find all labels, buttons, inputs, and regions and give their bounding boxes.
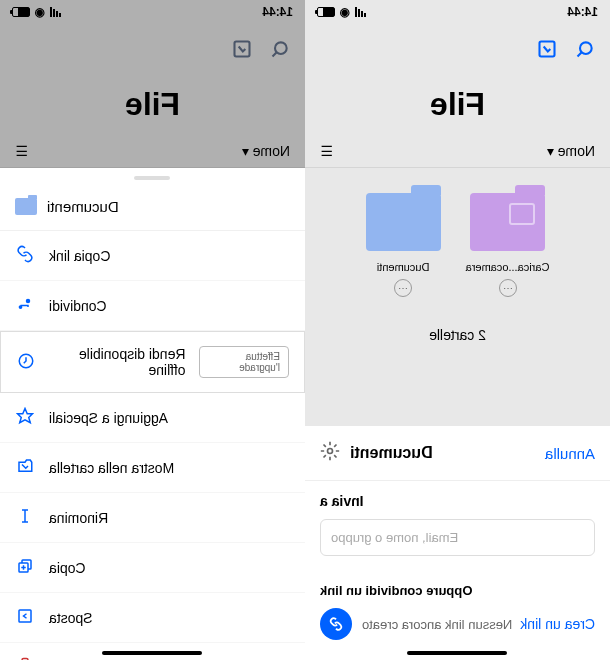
page-title-row: File (305, 78, 610, 135)
folder-item[interactable]: Ducumenti ⋯ (366, 193, 441, 297)
status-bar: 14:44 ◉ (305, 0, 610, 24)
status-time: 14:44 (567, 5, 598, 19)
chevron-down-icon: ▾ (242, 143, 249, 159)
list-view-icon: ☰ (15, 143, 28, 159)
menu-folder-name: Ducumenti (47, 198, 119, 215)
page-title: File (305, 86, 610, 123)
menu-offline[interactable]: Effettua l'upgrade Rendi disponibile off… (0, 331, 305, 393)
send-to-label: Invia a (320, 493, 595, 509)
sort-row: Nome▾ ☰ (0, 135, 305, 168)
header (305, 24, 610, 78)
menu-label: Rinomina (49, 510, 108, 526)
svg-point-7 (26, 299, 31, 304)
cancel-button[interactable]: Annulla (545, 445, 595, 462)
checkbox-icon (232, 39, 252, 63)
menu-show-folder[interactable]: Mostra nella cartella (0, 443, 305, 493)
folder-icon (15, 198, 37, 215)
status-bar: 14:44 ◉ (0, 0, 305, 24)
svg-marker-10 (18, 409, 33, 423)
menu-label: Copia (49, 560, 86, 576)
svg-point-3 (328, 449, 333, 454)
or-share-label: Oppure condividi un link (305, 568, 610, 608)
svg-rect-15 (19, 610, 31, 622)
home-indicator[interactable] (103, 651, 203, 655)
recipient-input[interactable]: Email, nome o gruppo (320, 519, 595, 556)
menu-copy[interactable]: Copia (0, 543, 305, 593)
search-icon (270, 39, 290, 63)
menu-copy-link[interactable]: Copia link (0, 231, 305, 281)
battery-icon (12, 7, 30, 17)
upgrade-badge[interactable]: Effettua l'upgrade (200, 346, 290, 378)
menu-label: Aggiungi a Speciali (49, 410, 168, 426)
gear-icon[interactable] (320, 441, 340, 465)
phone-left-share: 14:44 ◉ File Nome▾ ☰ Carica...ocamera ⋯ (305, 0, 610, 660)
status-time: 14:44 (262, 5, 293, 19)
offline-icon (16, 352, 36, 373)
menu-label: Mostra nella cartella (49, 460, 174, 476)
svg-line-5 (273, 52, 277, 56)
create-link-button[interactable]: Crea un link (520, 616, 595, 632)
share-icon (15, 295, 35, 316)
folder-more-icon[interactable]: ⋯ (499, 279, 517, 297)
list-view-icon[interactable]: ☰ (320, 143, 333, 159)
link-icon (15, 245, 35, 266)
header (0, 24, 305, 78)
share-sheet: Annulla Ducumenti Invia a Email, nome o … (305, 426, 610, 660)
folder-icon (470, 193, 545, 251)
search-icon[interactable] (575, 39, 595, 63)
share-title: Ducumenti (350, 444, 433, 462)
folder-icon (366, 193, 441, 251)
menu-label: Rendi disponibile offline (50, 346, 186, 378)
battery-icon (317, 7, 335, 17)
home-indicator[interactable] (408, 651, 508, 655)
menu-starred[interactable]: Aggiungi a Speciali (0, 393, 305, 443)
menu-share[interactable]: Condividi (0, 281, 305, 331)
folder-count: 2 cartelle (305, 312, 610, 358)
svg-point-0 (580, 42, 592, 54)
menu-rename[interactable]: Rinomina (0, 493, 305, 543)
folder-more-icon[interactable]: ⋯ (394, 279, 412, 297)
cursor-icon (15, 507, 35, 528)
folder-label: Carica...ocamera (466, 261, 550, 273)
sort-dropdown[interactable]: Nome▾ (547, 143, 595, 159)
move-icon (15, 607, 35, 628)
svg-line-1 (578, 52, 582, 56)
menu-move[interactable]: Sposta (0, 593, 305, 643)
drag-handle[interactable] (135, 176, 171, 180)
chevron-down-icon: ▾ (547, 143, 554, 159)
sort-row: Nome▾ ☰ (305, 135, 610, 168)
sort-dropdown: Nome▾ (242, 143, 290, 159)
content-area: Ducumenti Copia link Condividi Effettua … (0, 168, 305, 660)
folder-label: Ducumenti (377, 261, 430, 273)
checkbox-icon[interactable] (537, 39, 557, 63)
action-menu: Ducumenti Copia link Condividi Effettua … (0, 168, 305, 660)
copy-icon (15, 557, 35, 578)
wifi-icon: ◉ (35, 5, 45, 19)
menu-label: Sposta (49, 610, 93, 626)
page-title: File (0, 86, 305, 123)
folder-item[interactable]: Carica...ocamera ⋯ (466, 193, 550, 297)
wifi-icon: ◉ (340, 5, 350, 19)
phone-right-menu: 14:44 ◉ File Nome▾ ☰ Ducumenti Copia lin… (0, 0, 305, 660)
star-icon (15, 407, 35, 428)
menu-label: Copia link (49, 248, 110, 264)
link-icon (320, 608, 352, 640)
folder-open-icon (15, 457, 35, 478)
no-link-label: Nessun link ancora creato (362, 617, 512, 632)
content-area: Carica...ocamera ⋯ Ducumenti ⋯ 2 cartell… (305, 168, 610, 660)
signal-icon (50, 7, 61, 17)
signal-icon (355, 7, 366, 17)
svg-point-4 (275, 42, 287, 54)
menu-label: Condividi (49, 298, 107, 314)
page-title-row: File (0, 78, 305, 135)
